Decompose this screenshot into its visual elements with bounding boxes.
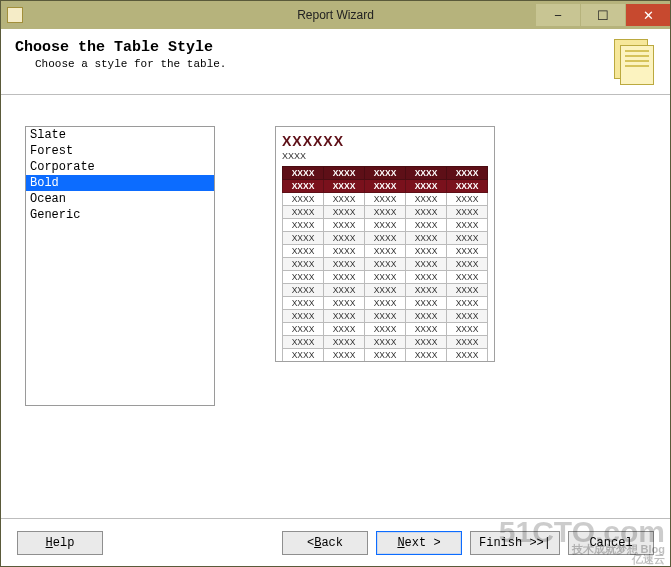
maximize-button[interactable]: ☐ xyxy=(581,4,625,26)
preview-title: XXXXXX xyxy=(282,133,488,149)
help-label: elp xyxy=(53,536,75,550)
table-row: XXXXXXXXXXXXXXXXXXXX xyxy=(283,284,488,297)
preview-col-header: XXXX xyxy=(447,167,488,180)
help-button[interactable]: Help xyxy=(17,531,103,555)
preview-col-header: XXXX xyxy=(406,167,447,180)
preview-col-header: XXXX xyxy=(324,167,365,180)
close-button[interactable]: ✕ xyxy=(626,4,670,26)
preview-subtitle: XXXX xyxy=(282,151,488,161)
table-row: XXXXXXXXXXXXXXXXXXXX xyxy=(283,193,488,206)
header-text: Choose the Table Style Choose a style fo… xyxy=(15,39,226,94)
notepad-icon xyxy=(614,39,656,87)
table-row: XXXXXXXXXXXXXXXXXXXX xyxy=(283,271,488,284)
wizard-header: Choose the Table Style Choose a style fo… xyxy=(1,29,670,95)
style-option-ocean[interactable]: Ocean xyxy=(26,191,214,207)
title-bar: Report Wizard − ☐ ✕ xyxy=(1,1,670,29)
style-option-forest[interactable]: Forest xyxy=(26,143,214,159)
table-row: XXXXXXXXXXXXXXXXXXXX xyxy=(283,297,488,310)
style-option-generic[interactable]: Generic xyxy=(26,207,214,223)
preview-subheader-cell: XXXX xyxy=(406,180,447,193)
preview-subheader-cell: XXXX xyxy=(447,180,488,193)
preview-subheader-cell: XXXX xyxy=(283,180,324,193)
wizard-body: SlateForestCorporateBoldOceanGeneric XXX… xyxy=(1,95,670,518)
table-row: XXXXXXXXXXXXXXXXXXXX xyxy=(283,232,488,245)
window-buttons: − ☐ ✕ xyxy=(535,4,670,26)
preview-col-header: XXXX xyxy=(283,167,324,180)
back-button[interactable]: < Back xyxy=(282,531,368,555)
header-title: Choose the Table Style xyxy=(15,39,226,56)
table-row: XXXXXXXXXXXXXXXXXXXX xyxy=(283,245,488,258)
style-preview-pane: XXXXXX XXXX XXXXXXXXXXXXXXXXXXXXXXXXXXXX… xyxy=(275,126,495,362)
style-option-bold[interactable]: Bold xyxy=(26,175,214,191)
table-row: XXXXXXXXXXXXXXXXXXXX xyxy=(283,206,488,219)
preview-subheader-cell: XXXX xyxy=(365,180,406,193)
table-row: XXXXXXXXXXXXXXXXXXXX xyxy=(283,349,488,362)
app-icon xyxy=(7,7,23,23)
table-row: XXXXXXXXXXXXXXXXXXXX xyxy=(283,323,488,336)
table-row: XXXXXXXXXXXXXXXXXXXX xyxy=(283,310,488,323)
minimize-button[interactable]: − xyxy=(536,4,580,26)
header-subtitle: Choose a style for the table. xyxy=(35,58,226,70)
table-row: XXXXXXXXXXXXXXXXXXXX xyxy=(283,258,488,271)
report-wizard-window: Report Wizard − ☐ ✕ Choose the Table Sty… xyxy=(0,0,671,567)
style-option-slate[interactable]: Slate xyxy=(26,127,214,143)
cancel-button[interactable]: Cancel xyxy=(568,531,654,555)
preview-subheader-cell: XXXX xyxy=(324,180,365,193)
wizard-footer: Help < Back Next > Finish >>| Cancel xyxy=(1,518,670,566)
style-option-corporate[interactable]: Corporate xyxy=(26,159,214,175)
finish-button[interactable]: Finish >>| xyxy=(470,531,560,555)
table-row: XXXXXXXXXXXXXXXXXXXX xyxy=(283,219,488,232)
preview-table: XXXXXXXXXXXXXXXXXXXXXXXXXXXXXXXXXXXXXXXX… xyxy=(282,166,488,362)
preview-col-header: XXXX xyxy=(365,167,406,180)
table-row: XXXXXXXXXXXXXXXXXXXX xyxy=(283,336,488,349)
next-button[interactable]: Next > xyxy=(376,531,462,555)
table-style-listbox[interactable]: SlateForestCorporateBoldOceanGeneric xyxy=(25,126,215,406)
